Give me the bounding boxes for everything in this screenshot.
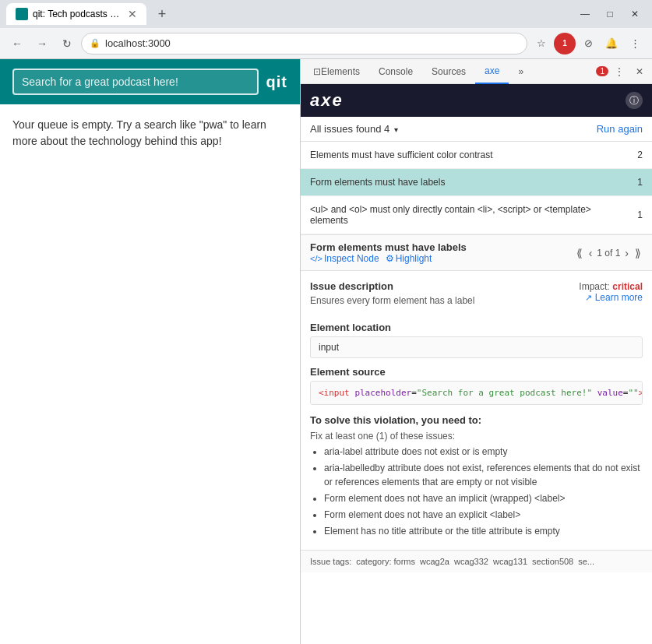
issue-tags-bar: Issue tags: category: forms wcag2a wcag3… [301, 550, 652, 572]
inspect-node-link[interactable]: </> Inspect Node [310, 253, 379, 264]
solve-section: To solve this violation, you need to: Fi… [310, 414, 643, 538]
src-val-placeholder: "Search for a great podcast here!" [417, 388, 592, 398]
issue-detail-header: Form elements must have labels </> Inspe… [301, 235, 652, 271]
fix-list: aria-label attribute does not exist or i… [310, 445, 643, 538]
element-source-section: Element source <input placeholder="Searc… [310, 366, 643, 405]
learn-more-link[interactable]: ↗ Learn more [579, 292, 643, 303]
site-logo: qit [266, 73, 287, 91]
devtools-close-button[interactable]: ✕ [630, 62, 649, 81]
tab-axe[interactable]: axe [475, 59, 509, 84]
issue-count: 1 [627, 209, 643, 220]
tab-title: qit: Tech podcasts by top... [33, 9, 123, 19]
tab-close-button[interactable]: ✕ [128, 8, 137, 20]
tab-sources[interactable]: Sources [422, 59, 475, 84]
maximize-button[interactable]: □ [599, 3, 621, 25]
impact-area: Impact: critical ↗ Learn more [579, 280, 643, 303]
detail-panel[interactable]: Impact: critical ↗ Learn more Issue desc… [301, 271, 652, 644]
tag-more: se... [578, 557, 594, 566]
issue-item-list-elements[interactable]: <ul> and <ol> must only directly contain… [301, 196, 652, 234]
issue-item-form-labels[interactable]: Form elements must have labels 1 [301, 169, 652, 196]
issue-description-section: Impact: critical ↗ Learn more Issue desc… [310, 280, 643, 314]
issue-detail-title: Form elements must have labels [310, 241, 575, 253]
window-controls: — □ ✕ [574, 3, 646, 25]
tab-elements-icon: ⊡ [313, 66, 321, 77]
element-source-title: Element source [310, 366, 643, 378]
devtools-tabs: ⊡ Elements Console Sources axe » 1 ⋮ [301, 59, 652, 84]
src-tag-open: <input [319, 388, 350, 398]
impact-value: critical [612, 281, 643, 292]
tab-favicon [16, 8, 28, 20]
axe-info-button[interactable]: ⓘ [626, 92, 643, 109]
error-badge: 1 [596, 66, 608, 76]
fix-item-1: aria-label attribute does not exist or i… [324, 445, 643, 459]
issue-count: 1 [627, 177, 643, 188]
tag-section508: section508 [532, 557, 573, 566]
site-header: Search for a great podcast here! qit [0, 59, 300, 104]
shield-extension-button[interactable]: 1 [554, 33, 576, 55]
empty-queue-message: Your queue is empty. Try a search like "… [12, 118, 266, 147]
menu-button[interactable]: ⋮ [624, 33, 646, 55]
nav-controls: ⟪ ‹ 1 of 1 › ⟫ [575, 245, 643, 261]
tags-label: Issue tags: [310, 557, 351, 566]
issue-detail-actions: </> Inspect Node ⚙ Highlight [310, 253, 575, 264]
address-bar[interactable]: 🔒 localhost:3000 [81, 33, 527, 55]
bookmark-button[interactable]: ☆ [530, 33, 552, 55]
back-button[interactable]: ← [6, 33, 28, 55]
forward-button[interactable]: → [31, 33, 53, 55]
issue-item-color-contrast[interactable]: Elements must have sufficient color cont… [301, 142, 652, 169]
detail-content: Impact: critical ↗ Learn more Issue desc… [301, 271, 652, 550]
issue-item-text: Elements must have sufficient color cont… [310, 150, 627, 160]
issues-count: found 4 ▾ [356, 123, 398, 135]
site-search-bar[interactable]: Search for a great podcast here! [12, 69, 259, 95]
highlight-link[interactable]: ⚙ Highlight [386, 253, 432, 264]
browser-tab[interactable]: qit: Tech podcasts by top... ✕ [6, 3, 146, 25]
minimize-button[interactable]: — [574, 3, 596, 25]
lock-icon: 🔒 [90, 38, 100, 48]
impact-label: Impact: critical [579, 280, 643, 292]
src-attr-placeholder: placeholder [354, 388, 411, 398]
nav-next-button[interactable]: › [623, 245, 630, 261]
tag-wcag332: wcag332 [454, 557, 488, 566]
code-icon: </> [310, 254, 322, 263]
nav-last-button[interactable]: ⟫ [633, 245, 643, 261]
tab-elements[interactable]: ⊡ Elements [304, 59, 369, 84]
tag-wcag131: wcag131 [493, 557, 527, 566]
fix-item-3: Form element does not have an implicit (… [324, 491, 643, 505]
fix-item-4: Form element does not have an explicit <… [324, 508, 643, 522]
main-area: Search for a great podcast here! qit You… [0, 59, 652, 644]
tab-console[interactable]: Console [369, 59, 422, 84]
highlight-icon: ⚙ [386, 253, 394, 264]
fix-label: Fix at least one (1) of these issues: [310, 431, 643, 442]
website-panel: Search for a great podcast here! qit You… [0, 59, 300, 644]
new-tab-button[interactable]: + [151, 3, 173, 25]
nav-prev-button[interactable]: ‹ [587, 245, 594, 261]
issue-item-text: Form elements must have labels [310, 177, 627, 188]
address-text: localhost:3000 [105, 37, 171, 49]
devtools-more-button[interactable]: ⋮ [610, 62, 629, 81]
issues-label: All issues [310, 123, 353, 135]
notification-button[interactable]: 🔔 [601, 33, 622, 55]
site-content: Your queue is empty. Try a search like "… [0, 104, 300, 162]
browser-window: qit: Tech podcasts by top... ✕ + — □ ✕ ←… [0, 0, 652, 644]
filter-extension-button[interactable]: ⊘ [577, 33, 599, 55]
axe-header: axe ⓘ [301, 84, 652, 117]
devtools-tab-actions: 1 ⋮ ✕ [594, 62, 649, 81]
tag-wcag2a: wcag2a [420, 557, 449, 566]
refresh-button[interactable]: ↻ [56, 33, 78, 55]
solve-title: To solve this violation, you need to: [310, 414, 643, 426]
element-location-title: Element location [310, 322, 643, 333]
nav-first-button[interactable]: ⟪ [575, 245, 584, 261]
src-val-value: "" [628, 388, 638, 398]
toolbar-actions: ☆ 1 ⊘ 🔔 ⋮ [530, 33, 646, 55]
issues-toolbar: All issues found 4 ▾ Run again [301, 117, 652, 142]
close-button[interactable]: ✕ [624, 3, 646, 25]
run-again-button[interactable]: Run again [597, 123, 643, 135]
issue-item-text: <ul> and <ol> must only directly contain… [310, 204, 627, 226]
browser-toolbar: ← → ↻ 🔒 localhost:3000 ☆ 1 ⊘ 🔔 ⋮ [0, 28, 652, 59]
tab-more[interactable]: » [509, 59, 533, 84]
devtools-panel: ⊡ Elements Console Sources axe » 1 ⋮ [300, 59, 652, 644]
src-tag-close: > [639, 388, 643, 398]
element-location-box: input [310, 336, 643, 358]
fix-item-5: Element has no title attribute or the ti… [324, 524, 643, 538]
browser-titlebar: qit: Tech podcasts by top... ✕ + — □ ✕ [0, 0, 652, 28]
